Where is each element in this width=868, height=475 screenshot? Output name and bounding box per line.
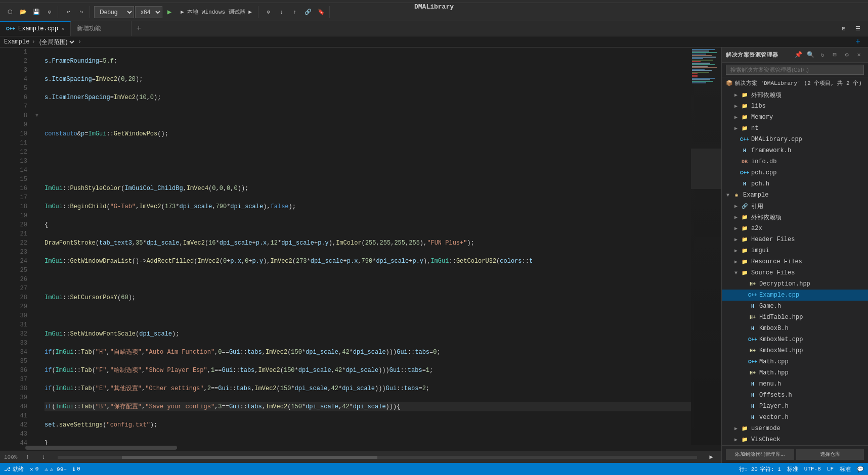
tree-item-decryption-hpp[interactable]: H+Decryption.hpp [722, 278, 868, 290]
tree-item-nt[interactable]: ▶📁nt [722, 123, 868, 134]
tree-item-vischeck[interactable]: ▶📁VisCheck [722, 434, 868, 445]
breadcrumb-scope-select[interactable]: (全局范围) [37, 38, 76, 46]
status-feedback[interactable]: 💬 [857, 466, 864, 472]
menu-debug[interactable]: 调试(D) [207, 0, 238, 1]
tree-item-info-db[interactable]: DBinfo.db [722, 156, 868, 167]
code-area[interactable]: 1 2 3 4 5 6 7 8 9 10 11 12 13 14 15 16 1… [0, 48, 721, 445]
save-all-btn[interactable]: ⊙ [44, 6, 56, 18]
sidebar-collapse-btn[interactable]: ⊟ [830, 50, 840, 60]
select-repo-btn[interactable]: 选择仓库 [796, 449, 864, 460]
scroll-right-btn[interactable]: ▶ [705, 451, 717, 463]
scroll-track[interactable] [58, 456, 697, 459]
tree-item-game-h[interactable]: HGame.h [722, 301, 868, 312]
sidebar-pin-btn[interactable]: 📌 [793, 50, 803, 60]
start-debug-btn[interactable]: ▶ [163, 6, 176, 18]
attach-btn[interactable]: 🔗 [302, 6, 314, 18]
tree-item-offsets-h[interactable]: HOffsets.h [722, 390, 868, 401]
tree-item-example-cpp[interactable]: C++Example.cpp [722, 290, 868, 301]
tree-item-imgui[interactable]: ▶📁imgui [722, 245, 868, 256]
tree-item-player-h[interactable]: HPlayer.h [722, 401, 868, 412]
h-scrollbar[interactable] [0, 445, 721, 451]
new-project-btn[interactable]: ⬡ [4, 6, 16, 18]
tree-item-dmalibrary-cpp[interactable]: C++DMALibrary.cpp [722, 134, 868, 145]
tree-item-pch-cpp[interactable]: C++pch.cpp [722, 167, 868, 178]
tree-item-external-deps-2[interactable]: ▶📁外部依赖项 [722, 212, 868, 223]
save-btn[interactable]: 💾 [30, 6, 42, 18]
tree-item-kmboxnet-cpp[interactable]: C++KmboxNet.cpp [722, 334, 868, 345]
scroll-down-btn[interactable]: ↓ [37, 451, 50, 463]
sidebar-close-btn[interactable]: ✕ [854, 50, 864, 60]
status-encoding[interactable]: UTF-8 [804, 466, 821, 472]
sidebar-search-input[interactable] [726, 65, 864, 75]
menu-build[interactable]: 生成(B) [175, 0, 206, 1]
menu-view[interactable]: 视图(V) [79, 0, 111, 1]
tree-item-vector-h[interactable]: Hvector.h [722, 412, 868, 423]
menu-git[interactable]: Git(G) [112, 0, 142, 1]
tab-add-button[interactable]: + [132, 21, 146, 36]
status-line-char[interactable]: 行: 20 字符: 1 [739, 465, 781, 473]
menu-extensions[interactable]: 扩展(X) [336, 0, 367, 1]
step-over-btn[interactable]: ⊙ [263, 6, 275, 18]
menu-analyze[interactable]: 分析(N) [271, 0, 302, 1]
menu-tools[interactable]: 工具(T) [303, 0, 335, 1]
menu-project[interactable]: 项目(P) [143, 0, 174, 1]
status-language[interactable]: 标准 [840, 465, 851, 473]
add-btn[interactable]: + [852, 36, 864, 48]
platform-select[interactable]: x64 x86 [135, 6, 162, 18]
status-spaces[interactable]: 标准 [787, 465, 798, 473]
open-file-btn[interactable]: 📂 [17, 6, 29, 18]
tree-item-kmboxb-h[interactable]: HKmboxB.h [722, 323, 868, 334]
menu-help[interactable]: 帮助(H) [400, 0, 431, 1]
minimap[interactable] [691, 48, 721, 445]
debug-config-select[interactable]: Debug Release [94, 6, 134, 18]
split-editor-btn[interactable]: ⊟ [838, 23, 850, 35]
sidebar-refresh-btn[interactable]: ↻ [817, 50, 828, 60]
breadcrumb-root[interactable]: Example [4, 38, 29, 45]
tree-item-external-deps-1[interactable]: ▶📁外部依赖项 [722, 89, 868, 101]
tab-example-cpp[interactable]: C++ Example.cpp ✕ [0, 21, 71, 36]
tree-item-header-files[interactable]: ▶📁Header Files [722, 234, 868, 245]
menu-file[interactable]: 文件(F) [15, 0, 47, 1]
minimap-scroll-indicator[interactable] [691, 149, 721, 189]
tree-item-source-files[interactable]: ▼📁Source Files [722, 267, 868, 278]
redo-btn[interactable]: ↪ [75, 6, 88, 18]
restore-button[interactable]: □ [817, 0, 841, 3]
code-text[interactable]: s.FrameRounding = 5.f; s.ItemSpacing = I… [40, 48, 691, 445]
tree-item-memory-folder[interactable]: ▶📁Memory [722, 112, 868, 123]
scroll-thumb[interactable] [122, 456, 377, 459]
sidebar-search-btn[interactable]: 🔍 [805, 50, 815, 60]
sidebar-settings-btn[interactable]: ⚙ [842, 50, 852, 60]
tree-item-pch-h[interactable]: Hpch.h [722, 178, 868, 189]
toggle-sidebar-btn[interactable]: ☰ [852, 23, 864, 35]
status-line-ending[interactable]: LF [827, 466, 834, 472]
step-out-btn[interactable]: ↑ [289, 6, 301, 18]
status-branch[interactable]: ⎇ 就绪 [4, 465, 24, 473]
tree-item-menu-h[interactable]: Hmenu.h [722, 378, 868, 390]
undo-btn[interactable]: ↩ [62, 6, 74, 18]
status-warnings[interactable]: ⚠ ⚠ 99+ [45, 466, 67, 472]
solution-label[interactable]: 📦 解决方案 'DMALibrary' (2 个项目, 共 2 个) [722, 77, 868, 88]
h-scrollbar-thumb[interactable] [25, 446, 177, 450]
tab-close-btn[interactable]: ✕ [61, 26, 64, 32]
tree-item-math-hpp[interactable]: H+Math.hpp [722, 367, 868, 378]
tree-item-example-project[interactable]: ▼◉Example [722, 189, 868, 201]
minimize-button[interactable]: ─ [794, 0, 817, 3]
tree-item-kmboxnet-hpp[interactable]: H+KmboxNet.hpp [722, 345, 868, 356]
add-source-control-btn[interactable]: 添加到源代码管理库... [726, 449, 794, 460]
scroll-up-btn[interactable]: ↑ [21, 451, 33, 463]
status-info[interactable]: ℹ 0 [73, 466, 80, 472]
menu-edit[interactable]: 编辑(E) [48, 0, 79, 1]
step-into-btn[interactable]: ↓ [276, 6, 288, 18]
tree-item-framework-h[interactable]: Hframework.h [722, 145, 868, 156]
tree-item-usermode[interactable]: ▶📁usermode [722, 423, 868, 434]
tree-item-resource-files[interactable]: ▶📁Resource Files [722, 256, 868, 267]
bookmark-btn[interactable]: 🔖 [315, 6, 327, 18]
tree-item-libs[interactable]: ▶📁libs [722, 101, 868, 112]
close-button[interactable]: ✕ [841, 0, 864, 3]
tree-item-hidtable-hpp[interactable]: H+HidTable.hpp [722, 312, 868, 323]
menu-test[interactable]: 测试(S) [239, 0, 271, 1]
run-label[interactable]: ▶ 本地 Windows 调试器 ▶ [177, 6, 256, 18]
tab-new-feature[interactable]: 新增功能 [71, 21, 132, 36]
tree-item-math-cpp[interactable]: C++Math.cpp [722, 356, 868, 367]
menu-window[interactable]: 窗口(W) [368, 0, 399, 1]
